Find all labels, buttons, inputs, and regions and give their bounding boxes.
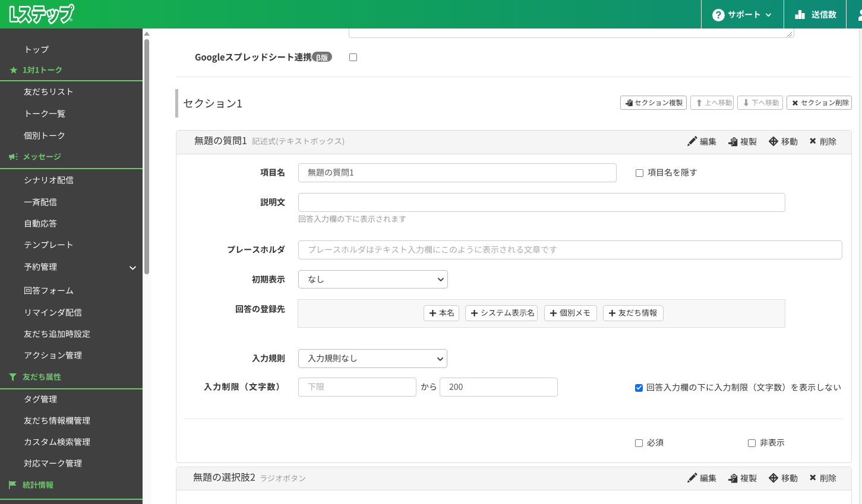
svg-text:?: ? xyxy=(716,10,722,20)
